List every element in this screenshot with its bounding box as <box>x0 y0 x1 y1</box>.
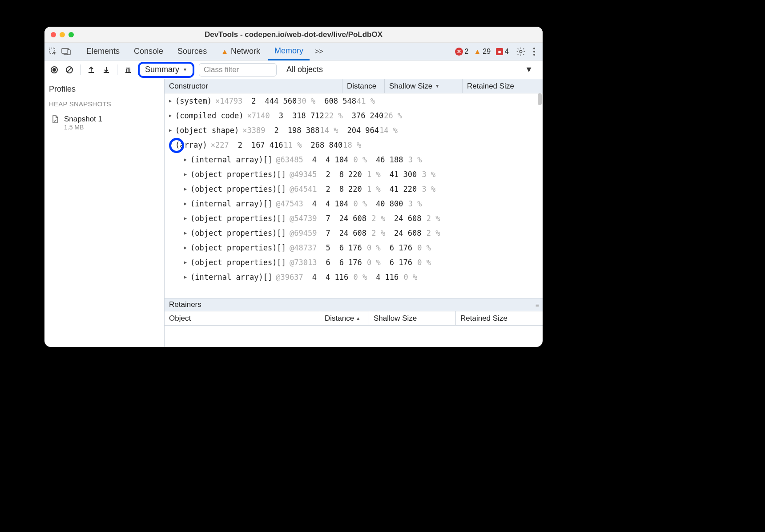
table-row[interactable]: ▶(internal array)[]@6348544 1040 %46 188… <box>165 152 543 167</box>
scrollbar-thumb[interactable] <box>538 93 542 105</box>
col-retained-size[interactable]: Retained Size <box>463 79 543 93</box>
expand-toggle-icon[interactable]: ▶ <box>169 98 172 103</box>
tab-console[interactable]: Console <box>128 43 169 60</box>
tab-elements[interactable]: Elements <box>80 43 126 60</box>
table-row[interactable]: ▶(object properties)[]@6454128 2201 %41 … <box>165 181 543 196</box>
constructor-name: (internal array)[] <box>190 155 272 164</box>
shallow-cell: 24 6082 % <box>335 211 390 226</box>
constructor-name: (internal array)[] <box>190 199 272 208</box>
warnings-counter[interactable]: ▲ 29 <box>472 48 492 56</box>
gear-icon[interactable] <box>515 46 527 57</box>
retainers-col-retained[interactable]: Retained Size <box>456 311 543 325</box>
device-toolbar-icon[interactable] <box>60 46 72 57</box>
col-distance[interactable]: Distance <box>342 79 385 93</box>
retained-cell: 6 1760 % <box>385 240 435 255</box>
shallow-cell: 6 1760 % <box>335 255 385 270</box>
retained-cell: 376 24026 % <box>347 108 407 123</box>
table-row[interactable]: ▶(compiled code)×71403318 71222 %376 240… <box>165 108 543 123</box>
inspect-element-icon[interactable] <box>47 46 59 57</box>
caret-down-icon: ▼ <box>183 67 187 72</box>
heap-table-body[interactable]: ▶(system)×147932444 56030 %608 54841 %▶(… <box>165 93 543 298</box>
constructor-name: (internal array)[] <box>190 273 272 282</box>
record-icon[interactable] <box>49 64 60 75</box>
warning-icon: ▲ <box>221 48 228 56</box>
retainers-col-object[interactable]: Object <box>165 311 320 325</box>
table-row[interactable]: ▶(object shape)×33892198 38814 %204 9641… <box>165 123 543 137</box>
constructor-name: (compiled code) <box>175 111 244 120</box>
svg-point-6 <box>533 54 535 56</box>
distance-cell: 2 <box>247 93 260 108</box>
close-window-button[interactable] <box>51 32 56 37</box>
issues-counter[interactable]: ■ 4 <box>494 48 511 56</box>
devtools-tabbar: Elements Console Sources ▲ Network Memor… <box>44 43 543 60</box>
table-row[interactable]: ▶(internal array)[]@4754344 1040 %40 800… <box>165 196 543 211</box>
expand-toggle-icon[interactable]: ▼ <box>169 142 172 147</box>
export-icon[interactable] <box>86 64 97 75</box>
zoom-window-button[interactable] <box>68 32 74 37</box>
expand-toggle-icon[interactable]: ▶ <box>184 230 187 235</box>
view-mode-select[interactable]: Summary ▼ <box>138 62 194 78</box>
col-constructor[interactable]: Constructor <box>165 79 342 93</box>
tab-network[interactable]: ▲ Network <box>215 43 266 60</box>
retainers-header[interactable]: Retainers ≡ <box>165 298 543 311</box>
retainers-menu-icon[interactable]: ≡ <box>536 302 538 309</box>
table-row[interactable]: ▶(object properties)[]@54739724 6082 %24… <box>165 211 543 226</box>
distance-cell: 2 <box>234 137 247 152</box>
profiles-heading: Profiles <box>49 85 160 94</box>
retained-cell: 6 1760 % <box>385 255 435 270</box>
object-scope-select[interactable]: All objects ▼ <box>281 65 538 74</box>
retainers-col-shallow[interactable]: Shallow Size <box>369 311 456 325</box>
expand-toggle-icon[interactable]: ▶ <box>184 201 187 206</box>
shallow-cell: 444 56030 % <box>261 93 320 108</box>
import-icon[interactable] <box>101 64 112 75</box>
expand-toggle-icon[interactable]: ▶ <box>184 245 187 250</box>
window-titlebar: DevTools - codepen.io/web-dot-dev/live/P… <box>44 27 543 43</box>
retainers-col-distance[interactable]: Distance ▲ <box>320 311 369 325</box>
retainers-distance-label: Distance <box>325 314 354 323</box>
expand-toggle-icon[interactable]: ▶ <box>169 113 172 118</box>
expand-toggle-icon[interactable]: ▶ <box>184 274 187 279</box>
more-tabs-icon[interactable]: >> <box>311 48 327 56</box>
retained-cell: 204 96414 % <box>342 123 402 137</box>
col-shallow-size[interactable]: Shallow Size ▼ <box>385 79 463 93</box>
table-row[interactable]: ▼(array)×2272167 41611 %268 84018 % <box>165 137 543 152</box>
distance-cell: 4 <box>308 196 321 211</box>
constructor-name: (system) <box>175 97 212 105</box>
tab-memory[interactable]: Memory <box>268 43 310 60</box>
expand-toggle-icon[interactable]: ▶ <box>169 128 172 133</box>
collect-garbage-icon[interactable] <box>123 64 133 75</box>
snapshot-size: 1.5 MB <box>64 124 102 131</box>
table-row[interactable]: ▶(object properties)[]@69459724 6082 %24… <box>165 226 543 240</box>
shallow-cell: 24 6082 % <box>335 226 390 240</box>
constructor-name: (object properties)[] <box>190 185 286 193</box>
retained-cell: 268 84018 % <box>306 137 366 152</box>
heap-table-header: Constructor Distance Shallow Size ▼ Reta… <box>165 79 543 93</box>
retained-cell: 4 1160 % <box>371 270 422 284</box>
snapshot-item[interactable]: Snapshot 1 1.5 MB <box>49 114 160 132</box>
svg-point-4 <box>533 48 535 49</box>
svg-point-8 <box>52 68 56 72</box>
constructor-name: (object properties)[] <box>190 214 286 223</box>
table-row[interactable]: ▶(internal array)[]@3963744 1160 %4 1160… <box>165 270 543 284</box>
errors-counter[interactable]: ✕ 2 <box>453 48 471 56</box>
tab-sources[interactable]: Sources <box>171 43 213 60</box>
class-filter-input[interactable] <box>199 63 277 77</box>
expand-toggle-icon[interactable]: ▶ <box>184 157 187 162</box>
clear-icon[interactable] <box>64 64 75 75</box>
constructor-name: (object properties)[] <box>190 229 286 238</box>
expand-toggle-icon[interactable]: ▶ <box>184 260 187 265</box>
table-row[interactable]: ▶(object properties)[]@7301366 1760 %6 1… <box>165 255 543 270</box>
expand-toggle-icon[interactable]: ▶ <box>184 186 187 191</box>
retained-cell: 41 3003 % <box>385 167 440 181</box>
table-row[interactable]: ▶(object properties)[]@4873756 1760 %6 1… <box>165 240 543 255</box>
tab-network-label: Network <box>231 47 260 56</box>
expand-toggle-icon[interactable]: ▶ <box>184 172 187 177</box>
minimize-window-button[interactable] <box>60 32 65 37</box>
heap-snapshots-category: HEAP SNAPSHOTS <box>49 100 160 108</box>
table-row[interactable]: ▶(object properties)[]@4934528 2201 %41 … <box>165 167 543 181</box>
sort-desc-icon: ▼ <box>435 84 439 89</box>
table-row[interactable]: ▶(system)×147932444 56030 %608 54841 % <box>165 93 543 108</box>
expand-toggle-icon[interactable]: ▶ <box>184 216 187 221</box>
distance-cell: 5 <box>321 240 334 255</box>
kebab-menu-icon[interactable] <box>528 46 540 57</box>
